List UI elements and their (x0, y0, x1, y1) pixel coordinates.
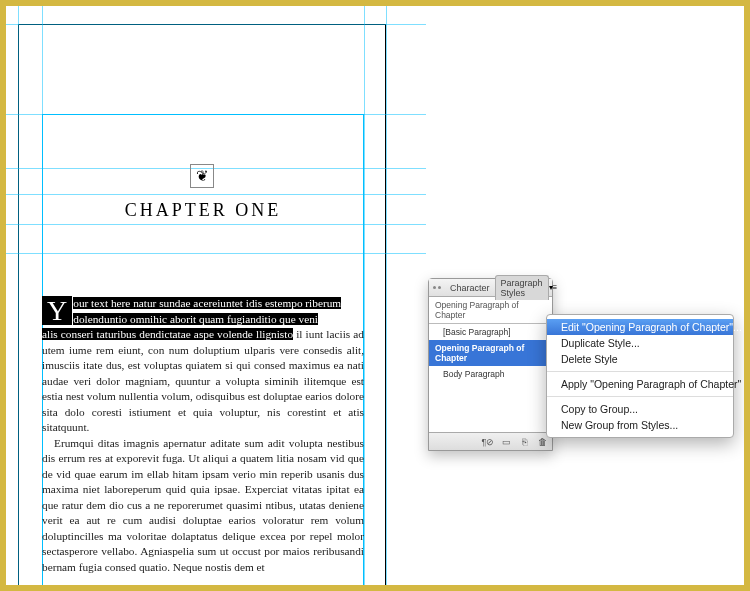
menu-delete-style[interactable]: Delete Style (547, 351, 733, 367)
menu-apply-style[interactable]: Apply "Opening Paragraph of Chapter" (547, 376, 733, 392)
chapter-ornament: ❦ (190, 164, 214, 188)
selected-text[interactable]: alis conseri taturibus dendictatae aspe … (42, 328, 293, 340)
menu-separator (547, 396, 733, 397)
tab-character-styles[interactable]: Character (445, 281, 495, 295)
delete-style-icon[interactable]: 🗑 (536, 436, 548, 448)
clear-override-icon[interactable]: ¶⊘ (482, 436, 494, 448)
panel-menu-button[interactable]: ▾≡ (549, 281, 558, 295)
style-list-empty (429, 382, 552, 432)
opening-paragraph[interactable]: Your text here natur sundae acereiuntet … (42, 296, 364, 436)
new-style-icon[interactable]: ⎘ (518, 436, 530, 448)
paragraph-styles-panel[interactable]: Character Paragraph Styles ▾≡ Opening Pa… (428, 278, 553, 451)
menu-copy-to-group[interactable]: Copy to Group... (547, 401, 733, 417)
panel-grip-icon[interactable] (429, 286, 445, 289)
chapter-title: CHAPTER ONE (42, 200, 364, 221)
guide-vertical (386, 6, 387, 591)
menu-edit-style[interactable]: Edit "Opening Paragraph of Chapter"... (547, 319, 733, 335)
style-list[interactable]: [Basic Paragraph] Opening Paragraph of C… (429, 324, 552, 432)
guide-vertical (18, 6, 19, 591)
document-canvas[interactable]: ❦ CHAPTER ONE Your text here natur sunda… (6, 6, 426, 586)
menu-separator (547, 371, 733, 372)
guide-vertical (364, 6, 365, 591)
tab-paragraph-styles[interactable]: Paragraph Styles (495, 275, 549, 300)
style-item-opening-paragraph[interactable]: Opening Paragraph of Chapter (429, 340, 552, 366)
drop-cap: Y (42, 296, 72, 325)
style-item-body-paragraph[interactable]: Body Paragraph (429, 366, 552, 382)
context-menu[interactable]: Edit "Opening Paragraph of Chapter"... D… (546, 314, 734, 438)
panel-footer: ¶⊘ ▭ ⎘ 🗑 (429, 432, 552, 450)
selected-text[interactable]: dolenduntio omnihic aborit quam fugiandi… (73, 313, 318, 325)
menu-duplicate-style[interactable]: Duplicate Style... (547, 335, 733, 351)
guide-horizontal (6, 24, 426, 25)
ornament-glyph: ❦ (196, 167, 209, 185)
selected-text[interactable]: our text here natur sundae acereiuntet i… (73, 297, 341, 309)
panel-header[interactable]: Character Paragraph Styles ▾≡ (429, 279, 552, 297)
body-paragraph[interactable]: Erumqui ditas imagnis apernatur aditate … (42, 436, 364, 576)
body-text-block[interactable]: Your text here natur sundae acereiuntet … (42, 296, 364, 575)
body-text[interactable]: il iunt laciis ad utem iume rem eiunt, c… (42, 328, 364, 433)
new-folder-icon[interactable]: ▭ (500, 436, 512, 448)
current-style-display: Opening Paragraph of Chapter (429, 297, 552, 324)
style-item-basic-paragraph[interactable]: [Basic Paragraph] (429, 324, 552, 340)
menu-new-group[interactable]: New Group from Styles... (547, 417, 733, 433)
